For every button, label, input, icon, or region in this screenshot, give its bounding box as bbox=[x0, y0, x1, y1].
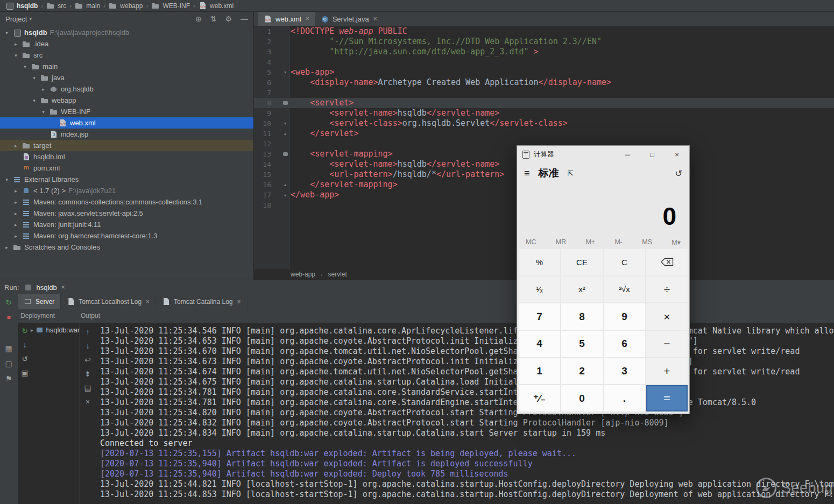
project-panel-title[interactable]: Project bbox=[5, 15, 27, 23]
close-tab-icon[interactable]: × bbox=[373, 15, 377, 23]
expand-arrow-icon[interactable]: ▾ bbox=[31, 75, 38, 81]
close-tab-icon[interactable]: × bbox=[237, 298, 241, 306]
digit-2-button[interactable]: 2 bbox=[561, 358, 603, 385]
expand-arrow-icon[interactable]: ▾ bbox=[3, 30, 10, 36]
memory-add-button[interactable]: M+ bbox=[585, 238, 595, 246]
layout-icon[interactable]: ▢ bbox=[4, 359, 13, 368]
digit-7-button[interactable]: 7 bbox=[519, 303, 560, 330]
expand-arrow-icon[interactable]: ▾ bbox=[3, 177, 10, 182]
digit-6-button[interactable]: 6 bbox=[604, 331, 645, 357]
code-line[interactable]: <servlet-name>hsqldb</servlet-name> bbox=[291, 108, 499, 118]
digit-3-button[interactable]: 3 bbox=[604, 358, 645, 385]
deployment-tree-item[interactable]: ▸ hsqldb:war bbox=[31, 326, 80, 334]
expand-arrow-icon[interactable]: ▸ bbox=[12, 233, 19, 239]
tree-item-target[interactable]: ▸target bbox=[0, 140, 253, 151]
collapse-all-icon[interactable]: ⇅ bbox=[210, 15, 217, 23]
breadcrumb-item-webapp[interactable]: webapp bbox=[107, 2, 145, 10]
run-tab-server[interactable]: Server bbox=[18, 294, 61, 309]
stop-icon[interactable]: ■ bbox=[4, 313, 13, 322]
digit-4-button[interactable]: 4 bbox=[519, 331, 560, 357]
tree-item-hsqldb[interactable]: ▾hsqldb F:\java\javaproject\hsqldb bbox=[0, 27, 253, 38]
tree-item-scratches-and-consoles[interactable]: ▸Scratches and Consoles bbox=[0, 242, 253, 253]
bubble-gutter-icon[interactable] bbox=[282, 98, 288, 108]
tree-item-hsqldb-iml[interactable]: hsqldb.iml bbox=[0, 151, 253, 162]
negate-button[interactable]: ⁺⁄₋ bbox=[519, 385, 560, 411]
breadcrumb-item-web-xml[interactable]: web.xml bbox=[196, 2, 236, 10]
digit-1-button[interactable]: 1 bbox=[519, 358, 560, 385]
memory-list-button[interactable]: M▾ bbox=[672, 238, 681, 246]
expand-arrow-icon[interactable]: ▸ bbox=[12, 222, 19, 228]
scroll-up-icon[interactable]: ↑ bbox=[83, 327, 93, 337]
update-app-icon[interactable]: ↻ bbox=[20, 326, 30, 336]
close-button[interactable]: × bbox=[665, 146, 689, 163]
tree-item-web-xml[interactable]: web.xml bbox=[0, 117, 253, 129]
code-line[interactable]: </servlet> bbox=[291, 129, 358, 139]
refresh-icon[interactable]: ↺ bbox=[20, 354, 30, 364]
editor-tab-servlet-java[interactable]: Servlet.java× bbox=[315, 12, 383, 26]
square-button[interactable]: x² bbox=[561, 276, 603, 303]
tree-item-java[interactable]: ▾java bbox=[0, 72, 253, 83]
tree-item-maven-javax-servlet-servlet-api-2-5[interactable]: ▸Maven: javax.servlet:servlet-api:2.5 bbox=[0, 208, 253, 219]
expand-arrow-icon[interactable]: ▸ bbox=[12, 41, 19, 47]
code-line[interactable]: "http://java.sun.com/dtd/web-app_2_3.dtd… bbox=[291, 47, 539, 57]
pin-icon[interactable]: ⚑ bbox=[4, 374, 13, 384]
expand-arrow-icon[interactable]: ▸ bbox=[12, 143, 19, 148]
breadcrumb-item-main[interactable]: main bbox=[73, 2, 102, 10]
expand-arrow-icon[interactable]: ▸ bbox=[12, 211, 19, 216]
minimize-button[interactable]: ─ bbox=[615, 146, 640, 163]
code-line[interactable]: <url-pattern>/hsqldb/*</url-pattern> bbox=[291, 169, 504, 180]
memory-subtract-button[interactable]: M- bbox=[614, 238, 623, 246]
hamburger-menu-icon[interactable]: ≡ bbox=[524, 168, 530, 179]
expand-arrow-icon[interactable]: ▸ bbox=[12, 188, 19, 194]
memory-recall-button[interactable]: MR bbox=[556, 238, 566, 246]
digit-5-button[interactable]: 5 bbox=[561, 331, 603, 357]
expand-arrow-icon[interactable]: ▾ bbox=[31, 98, 38, 103]
digit-9-button[interactable]: 9 bbox=[604, 303, 645, 330]
code-line[interactable]: <servlet-class>org.hsqldb.Servlet</servl… bbox=[291, 118, 568, 129]
run-tab-hsqldb[interactable]: hsqldb × bbox=[24, 283, 65, 292]
hide-icon[interactable]: ― bbox=[241, 15, 248, 23]
editor-tab-web-xml[interactable]: web.xml× bbox=[258, 12, 315, 26]
maximize-button[interactable]: □ bbox=[640, 146, 665, 163]
expand-arrow-icon[interactable]: ▸ bbox=[12, 200, 19, 205]
scroll-down-icon[interactable]: ↓ bbox=[83, 341, 93, 351]
expand-arrow-icon[interactable]: ▾ bbox=[12, 53, 19, 58]
breadcrumb-webapp[interactable]: web-app bbox=[291, 271, 315, 278]
memory-clear-button[interactable]: MC bbox=[526, 238, 536, 246]
breadcrumb-servlet[interactable]: servlet bbox=[328, 271, 347, 278]
history-icon[interactable]: ↺ bbox=[675, 168, 682, 179]
tree-item-idea[interactable]: ▸.idea bbox=[0, 38, 253, 49]
breadcrumb-item-web-inf[interactable]: WEB-INF bbox=[149, 2, 192, 10]
code-line[interactable]: <!DOCTYPE web-app PUBLIC bbox=[291, 26, 407, 37]
multiply-button[interactable]: × bbox=[646, 303, 688, 330]
chevron-right-icon[interactable]: ▸ bbox=[31, 328, 33, 333]
clear-entry-button[interactable]: CE bbox=[561, 249, 603, 275]
tree-item-external-libraries[interactable]: ▾External Libraries bbox=[0, 174, 253, 185]
scroll-down-icon[interactable]: ↓ bbox=[20, 340, 30, 350]
breadcrumb-item-hsqldb[interactable]: hsqldb bbox=[3, 2, 40, 10]
backspace-button[interactable] bbox=[646, 249, 688, 275]
scroll-end-icon[interactable]: ⇟ bbox=[83, 369, 93, 379]
equals-button[interactable]: = bbox=[646, 385, 688, 411]
foldend-gutter-icon[interactable]: ▴ bbox=[282, 180, 288, 190]
tree-item-main[interactable]: ▾main bbox=[0, 61, 253, 72]
code-line[interactable]: <servlet-mapping> bbox=[291, 149, 393, 159]
close-tab-icon[interactable]: × bbox=[146, 298, 150, 306]
locate-icon[interactable]: ⊕ bbox=[195, 15, 202, 23]
copy-icon[interactable]: ▣ bbox=[20, 368, 30, 378]
code-line[interactable]: <servlet-name>hsqldb</servlet-name> bbox=[291, 159, 499, 169]
grid-icon[interactable]: ▦ bbox=[4, 344, 13, 353]
clear-button[interactable]: C bbox=[604, 249, 645, 275]
reciprocal-button[interactable]: ¹⁄ₓ bbox=[519, 276, 560, 303]
close-icon[interactable]: × bbox=[61, 283, 65, 291]
bubble-gutter-icon[interactable] bbox=[282, 149, 288, 159]
clear-icon[interactable]: × bbox=[83, 397, 93, 407]
tree-item-maven-commons-collections-commons-collections-3-1[interactable]: ▸Maven: commons-collections:commons-coll… bbox=[0, 196, 253, 208]
fold-gutter-icon[interactable]: ▾ bbox=[282, 118, 288, 129]
breadcrumb-item-src[interactable]: src bbox=[44, 2, 68, 10]
keep-on-top-icon[interactable]: ⇱ bbox=[568, 169, 574, 178]
settings-icon[interactable]: ⚙ bbox=[225, 15, 232, 23]
code-line[interactable]: <servlet> bbox=[291, 98, 354, 108]
tree-item-pom-xml[interactable]: pom.xml bbox=[0, 162, 253, 174]
calculator-title-bar[interactable]: 计算器 ─□× bbox=[517, 146, 689, 163]
